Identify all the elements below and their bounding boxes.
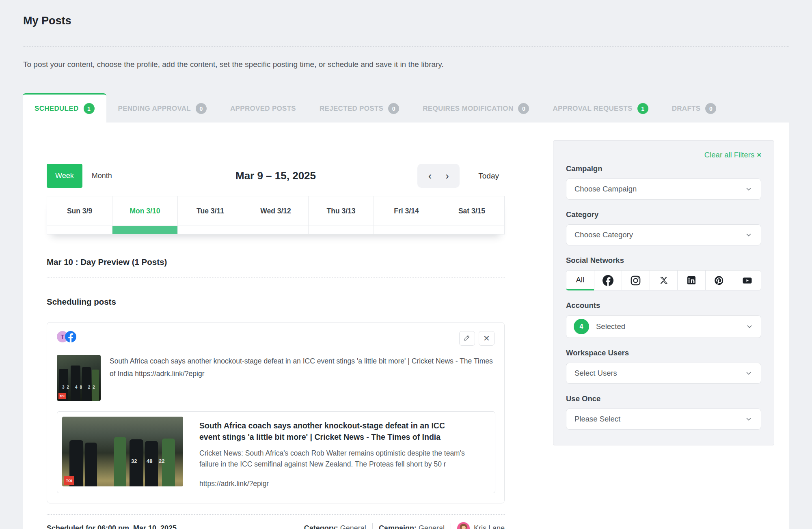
tab-label: REQUIRES MODIFICATION: [423, 105, 513, 113]
tab-label: APPROVED POSTS: [230, 105, 296, 113]
chevron-down-icon: [745, 415, 753, 423]
workspace-users-select[interactable]: Select Users: [566, 363, 761, 384]
week-calendar: Sun 3/9Mon 3/10Tue 3/11Wed 3/12Thu 3/13F…: [47, 196, 505, 234]
divider: [451, 523, 451, 529]
post-footer-divider: [47, 514, 505, 515]
campaign-filter-label: Campaign: [566, 164, 761, 173]
clear-x-icon: ×: [757, 151, 761, 159]
accounts-filter-label: Accounts: [566, 301, 761, 310]
youtube-icon: [742, 275, 752, 286]
day-slot-sun[interactable]: [47, 226, 112, 234]
use-once-label: Use Once: [566, 394, 761, 403]
accounts-select[interactable]: 4 Selected: [566, 315, 761, 338]
page-description: To post your content, choose the profile…: [23, 60, 444, 69]
youtube-filter-button[interactable]: [733, 270, 761, 290]
tab-count-badge: 1: [84, 103, 95, 114]
x-filter-button[interactable]: [650, 270, 678, 290]
tab-approval-requests[interactable]: APPROVAL REQUESTS1: [541, 93, 660, 123]
author-name: Kris Lane: [474, 524, 505, 529]
campaign-select[interactable]: Choose Campaign: [566, 178, 761, 200]
toi-logo: TOI: [58, 393, 66, 399]
accounts-count-badge: 4: [574, 319, 589, 334]
facebook-filter-button[interactable]: [594, 270, 622, 290]
tab-requires-modification[interactable]: REQUIRES MODIFICATION0: [411, 93, 541, 123]
chevron-down-icon: [745, 369, 753, 377]
day-header-mon[interactable]: Mon 3/10: [112, 196, 178, 226]
link-preview-card[interactable]: 32 48 22 TOI South Africa coach says ano…: [57, 411, 495, 493]
facebook-icon: [65, 331, 76, 342]
filters-panel: Clear all Filters× Campaign Choose Campa…: [553, 140, 774, 445]
social-all-button[interactable]: All: [566, 270, 594, 290]
day-header-tue[interactable]: Tue 3/11: [178, 196, 243, 226]
tab-scheduled[interactable]: SCHEDULED1: [23, 93, 106, 123]
tab-drafts[interactable]: DRAFTS0: [660, 93, 728, 123]
day-slot-wed[interactable]: [243, 226, 309, 234]
tab-label: DRAFTS: [672, 105, 701, 113]
post-author: Kris Lane: [457, 522, 505, 529]
social-network-filter: All: [566, 270, 761, 290]
prev-week-button[interactable]: ‹: [425, 171, 435, 181]
week-view-button[interactable]: Week: [47, 164, 82, 188]
day-slot-tue[interactable]: [178, 226, 243, 234]
next-week-button[interactable]: ›: [443, 171, 452, 181]
day-header-fri[interactable]: Fri 3/14: [374, 196, 439, 226]
day-preview-heading: Mar 10 : Day Preview (1 Posts): [47, 257, 505, 267]
tab-label: SCHEDULED: [35, 105, 79, 113]
divider: [372, 523, 373, 529]
tab-count-badge: 0: [518, 103, 529, 114]
post-campaign: Campaign: General: [379, 524, 445, 529]
close-icon: ✕: [483, 334, 490, 342]
day-slot-fri[interactable]: [374, 226, 439, 234]
day-header-wed[interactable]: Wed 3/12: [243, 196, 309, 226]
post-profiles: T: [57, 331, 76, 342]
date-range-label: Mar 9 – 15, 2025: [235, 164, 316, 188]
linkedin-filter-button[interactable]: [677, 270, 706, 290]
tab-label: APPROVAL REQUESTS: [553, 105, 632, 113]
chevron-down-icon: [745, 185, 753, 193]
page-title: My Posts: [23, 15, 71, 27]
day-header-sun[interactable]: Sun 3/9: [47, 196, 112, 226]
post-thumbnail-image: 32 48 22 TOI: [57, 355, 101, 401]
x-icon: [659, 276, 668, 285]
delete-post-button[interactable]: ✕: [479, 331, 495, 346]
today-button[interactable]: Today: [478, 172, 499, 181]
facebook-icon: [603, 275, 613, 286]
workspace-users-label: Workspace Users: [566, 348, 761, 357]
day-header-sat[interactable]: Sat 3/15: [439, 196, 505, 226]
section-divider: [47, 277, 505, 278]
tab-pending-approval[interactable]: PENDING APPROVAL0: [106, 93, 219, 123]
scheduled-time-label: Scheduled for 06:00 pm, Mar 10, 2025: [47, 524, 177, 529]
toi-logo: TOI: [64, 476, 74, 485]
chevron-down-icon: [745, 323, 754, 331]
tab-rejected-posts[interactable]: REJECTED POSTS0: [308, 93, 411, 123]
day-slot-mon[interactable]: [112, 226, 178, 234]
pencil-icon: [463, 334, 471, 343]
social-networks-label: Social Networks: [566, 256, 761, 265]
post-text: South Africa coach says another knockout…: [110, 355, 493, 401]
day-slot-sat[interactable]: [439, 226, 505, 234]
day-slot-thu[interactable]: [309, 226, 374, 234]
tab-bar: SCHEDULED1PENDING APPROVAL0APPROVED POST…: [23, 93, 728, 123]
instagram-icon: [630, 275, 641, 286]
tab-count-badge: 0: [388, 103, 399, 114]
calendar-controls: Week Month Mar 9 – 15, 2025 ‹ › Today: [47, 164, 505, 188]
header-divider: [23, 46, 789, 47]
instagram-filter-button[interactable]: [622, 270, 650, 290]
edit-post-button[interactable]: [459, 331, 475, 346]
link-preview-image: 32 48 22 TOI: [62, 417, 183, 486]
clear-all-filters-link[interactable]: Clear all Filters×: [566, 151, 761, 159]
tab-approved-posts[interactable]: APPROVED POSTS: [218, 93, 308, 123]
day-header-thu[interactable]: Thu 3/13: [309, 196, 374, 226]
post-category: Category: General: [304, 524, 366, 529]
tab-count-badge: 1: [637, 103, 648, 114]
jersey-numbers: 32 48 22: [62, 385, 97, 389]
month-view-button[interactable]: Month: [82, 164, 121, 188]
tab-label: REJECTED POSTS: [320, 105, 383, 113]
link-preview-description: Cricket News: South Africa's coach Rob W…: [199, 448, 484, 470]
category-select[interactable]: Choose Category: [566, 224, 761, 245]
scheduled-post-card: T ✕: [47, 322, 505, 503]
pinterest-filter-button[interactable]: [705, 270, 734, 290]
use-once-select[interactable]: Please Select: [566, 409, 761, 430]
link-preview-title: South Africa coach says another knockout…: [199, 420, 465, 443]
calendar-nav: ‹ ›: [417, 164, 460, 188]
